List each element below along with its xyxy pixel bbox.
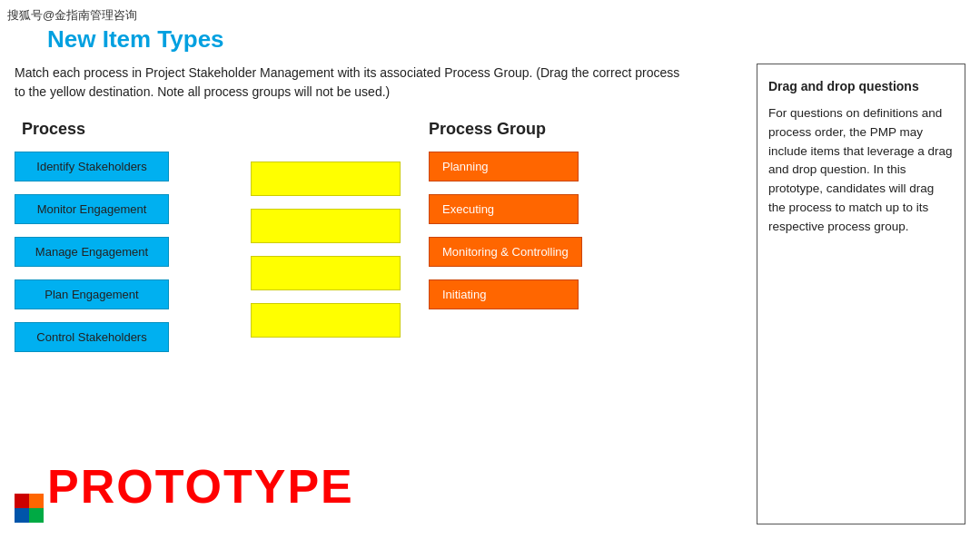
process-item-identify-stakeholders[interactable]: Identify Stakeholders	[15, 152, 169, 181]
left-section: Match each process in Project Stakeholde…	[15, 64, 746, 524]
right-panel-title: Drag and drop questions	[768, 77, 954, 97]
process-column-header: Process	[15, 120, 85, 139]
right-panel-body: For questions on definitions and process…	[768, 104, 954, 237]
main-content: Match each process in Project Stakeholde…	[15, 64, 965, 524]
process-item-control-stakeholders[interactable]: Control Stakeholders	[15, 322, 169, 352]
right-panel: Drag and drop questions For questions on…	[757, 64, 965, 524]
svg-rect-0	[15, 494, 29, 508]
svg-rect-2	[15, 508, 29, 523]
svg-rect-3	[29, 508, 44, 523]
process-item-monitor-engagement[interactable]: Monitor Engagement	[15, 194, 169, 224]
instructions-text: Match each process in Project Stakeholde…	[15, 64, 687, 102]
process-column: Process Identify Stakeholders Monitor En…	[15, 120, 196, 365]
group-item-planning[interactable]: Planning	[429, 152, 579, 181]
drop-zone-3[interactable]	[251, 256, 401, 290]
group-item-initiating[interactable]: Initiating	[429, 279, 579, 309]
drop-zone-4[interactable]	[251, 303, 401, 338]
group-item-monitoring-controlling[interactable]: Monitoring & Controlling	[429, 237, 582, 267]
drop-zone-2[interactable]	[251, 209, 401, 243]
drop-zone-1[interactable]	[251, 162, 401, 196]
group-item-executing[interactable]: Executing	[429, 194, 579, 224]
watermark: 搜狐号@金指南管理咨询	[7, 7, 137, 24]
drop-zones-column	[251, 162, 414, 365]
svg-rect-1	[29, 494, 44, 508]
drag-area: Process Identify Stakeholders Monitor En…	[15, 120, 746, 365]
page-title: New Item Types	[47, 25, 224, 54]
prototype-label: PROTOTYPE	[47, 459, 354, 514]
process-item-plan-engagement[interactable]: Plan Engagement	[15, 279, 169, 309]
process-item-manage-engagement[interactable]: Manage Engagement	[15, 237, 169, 267]
process-group-column-header: Process Group	[429, 120, 546, 139]
pmp-logo	[15, 494, 44, 523]
process-group-column: Process Group Planning Executing Monitor…	[429, 120, 592, 365]
